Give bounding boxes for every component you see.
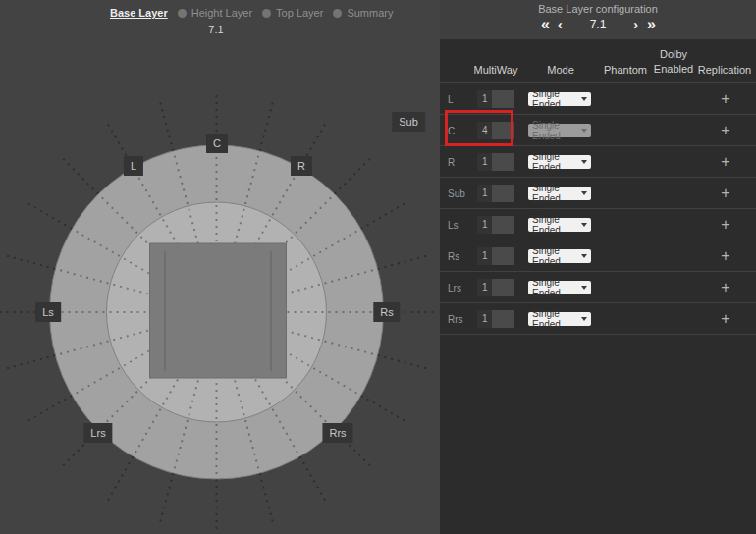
- add-replication-button[interactable]: +: [716, 89, 735, 109]
- channel-row-ls: Ls1Single Ended+: [440, 208, 756, 240]
- tab-label: Height Layer: [191, 7, 252, 19]
- table-header: MultiWay Mode Phantom Dolby Enabled Repl…: [440, 39, 756, 82]
- mode-select[interactable]: Single Ended: [528, 155, 591, 169]
- channel-label: L: [448, 93, 454, 104]
- speaker-config-app: Base LayerHeight LayerTop LayerSummary 7…: [0, 0, 756, 534]
- layout-value: 7.1: [192, 24, 240, 35]
- mode-select-value: Single Ended: [532, 151, 581, 173]
- chevron-down-icon: [581, 97, 587, 101]
- nav-first-button[interactable]: «: [541, 16, 549, 33]
- config-panel: Base Layer configuration « ‹ 7.1 › » Mul…: [440, 0, 756, 534]
- column-header-multiway: MultiWay: [474, 64, 518, 76]
- channel-row-c: C4Single Ended+: [440, 114, 756, 145]
- speaker-label-lrs: Lrs: [83, 423, 112, 443]
- mode-select: Single Ended: [528, 124, 591, 137]
- listening-area-square: [150, 243, 287, 378]
- tab-height-layer[interactable]: Height Layer: [178, 7, 252, 19]
- layer-tabs: Base LayerHeight LayerTop LayerSummary: [110, 7, 393, 19]
- radio-icon: [262, 9, 271, 18]
- multiway-input[interactable]: 4: [477, 122, 514, 139]
- channel-row-lrs: Lrs1Single Ended+: [440, 271, 756, 302]
- multiway-input[interactable]: 1: [477, 185, 514, 202]
- mode-select[interactable]: Single Ended: [528, 312, 591, 326]
- speaker-label-c: C: [206, 134, 228, 153]
- multiway-input[interactable]: 1: [477, 216, 514, 234]
- speaker-label-l: L: [124, 156, 143, 176]
- panel-title: Base Layer configuration: [440, 0, 756, 15]
- multiway-input[interactable]: 1: [477, 247, 514, 265]
- tab-label: Summary: [347, 7, 393, 19]
- mode-select-value: Single Ended: [532, 214, 581, 236]
- speaker-label-ls: Ls: [35, 302, 61, 322]
- radio-icon: [178, 9, 187, 18]
- add-replication-button[interactable]: +: [716, 246, 735, 266]
- nav-next-button[interactable]: ›: [633, 17, 638, 32]
- chevron-down-icon: [581, 286, 587, 290]
- column-header-mode: Mode: [547, 64, 574, 76]
- mode-select[interactable]: Single Ended: [528, 249, 591, 263]
- tab-label: Top Layer: [276, 7, 323, 19]
- channel-table: MultiWay Mode Phantom Dolby Enabled Repl…: [440, 39, 756, 534]
- chevron-down-icon: [581, 129, 587, 133]
- mode-select-value: Single Ended: [532, 88, 581, 110]
- chevron-down-icon: [581, 317, 587, 321]
- tab-top-layer[interactable]: Top Layer: [262, 7, 323, 19]
- channel-label: Ls: [448, 219, 459, 230]
- column-header-replication: Replication: [698, 64, 751, 76]
- speaker-layout-diagram: [0, 0, 440, 534]
- multiway-input[interactable]: 1: [477, 90, 514, 108]
- config-panel-header: Base Layer configuration « ‹ 7.1 › »: [440, 0, 756, 39]
- channel-label: Rs: [448, 250, 459, 261]
- nav-last-button[interactable]: »: [647, 16, 655, 33]
- nav-prev-button[interactable]: ‹: [558, 17, 563, 32]
- mode-select-value: Single Ended: [532, 245, 581, 267]
- multiway-input[interactable]: 1: [477, 279, 514, 296]
- add-replication-button[interactable]: +: [716, 152, 735, 172]
- channel-label: Sub: [448, 187, 465, 198]
- channel-label: Rrs: [448, 313, 463, 324]
- chevron-down-icon: [581, 160, 587, 164]
- mode-select-value: Single Ended: [532, 183, 581, 204]
- channel-label: C: [448, 125, 455, 135]
- radio-icon: [333, 9, 342, 18]
- column-header-phantom: Phantom: [604, 64, 647, 76]
- layout-navigation: « ‹ 7.1 › »: [440, 16, 756, 33]
- add-replication-button[interactable]: +: [716, 309, 735, 329]
- chevron-down-icon: [581, 223, 587, 227]
- mode-select[interactable]: Single Ended: [528, 92, 591, 106]
- mode-select-value: Single Ended: [532, 120, 581, 141]
- add-replication-button[interactable]: +: [716, 215, 735, 235]
- channel-row-rs: Rs1Single Ended+: [440, 240, 756, 271]
- mode-select[interactable]: Single Ended: [528, 187, 591, 200]
- add-replication-button[interactable]: +: [716, 278, 735, 297]
- channel-rows: L1Single Ended+C4Single Ended+R1Single E…: [440, 82, 756, 335]
- speaker-label-r: R: [291, 156, 312, 176]
- channel-row-r: R1Single Ended+: [440, 145, 756, 177]
- mode-select-value: Single Ended: [532, 308, 581, 330]
- chevron-down-icon: [581, 191, 587, 195]
- speaker-label-rs: Rs: [373, 302, 400, 322]
- mode-select[interactable]: Single Ended: [528, 218, 591, 232]
- tab-base-layer[interactable]: Base Layer: [110, 7, 168, 19]
- multiway-input[interactable]: 1: [477, 310, 514, 328]
- add-replication-button[interactable]: +: [716, 184, 735, 203]
- channel-row-l: L1Single Ended+: [440, 82, 756, 114]
- channel-row-rrs: Rrs1Single Ended+: [440, 302, 756, 334]
- tab-label: Base Layer: [110, 7, 168, 19]
- tab-summary[interactable]: Summary: [333, 7, 393, 19]
- channel-row-sub: Sub1Single Ended+: [440, 177, 756, 208]
- mode-select-value: Single Ended: [532, 277, 581, 298]
- speaker-label-rrs: Rrs: [322, 423, 352, 443]
- mode-select[interactable]: Single Ended: [528, 281, 591, 294]
- nav-current-value: 7.1: [590, 18, 607, 31]
- chevron-down-icon: [581, 254, 587, 258]
- channel-label: Lrs: [448, 282, 461, 293]
- column-header-dolby-enabled: Dolby Enabled: [648, 47, 699, 76]
- speaker-label-sub: Sub: [392, 112, 425, 132]
- channel-label: R: [448, 156, 455, 167]
- add-replication-button[interactable]: +: [716, 121, 735, 140]
- speaker-diagram-pane: Base LayerHeight LayerTop LayerSummary 7…: [0, 0, 440, 534]
- multiway-input[interactable]: 1: [477, 153, 514, 171]
